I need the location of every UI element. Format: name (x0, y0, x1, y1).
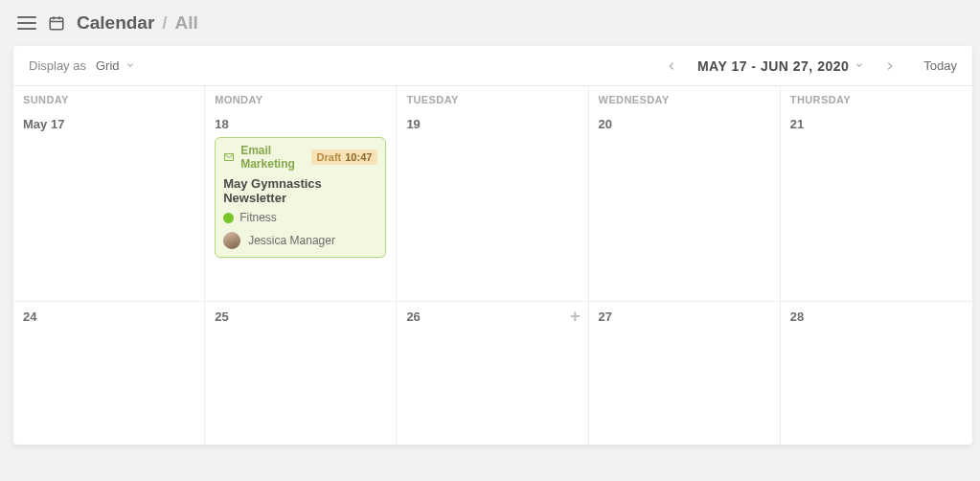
menu-icon[interactable] (17, 13, 36, 33)
envelope-icon (223, 151, 235, 163)
day-cell[interactable]: 19 (397, 109, 588, 301)
weekday-header-row: SUNDAY MONDAY TUESDAY WEDNESDAY THURSDAY (13, 86, 972, 109)
day-cell[interactable]: 28 (781, 301, 972, 445)
event-status-badge: Draft 10:47 (311, 149, 378, 165)
day-cell[interactable]: 18 Email Marketing Draft 10:47 May Gymna… (205, 109, 397, 301)
day-number: 25 (215, 309, 386, 324)
tag-color-dot (223, 213, 234, 223)
weekday-header: WEDNESDAY (589, 86, 781, 109)
day-number: 24 (23, 309, 194, 324)
day-cell[interactable]: 21 (781, 109, 972, 301)
day-cell[interactable]: 24 (13, 301, 205, 445)
breadcrumb-separator: / (162, 12, 167, 34)
event-type-label: Email Marketing (240, 144, 305, 171)
day-number: 18 (215, 117, 386, 131)
day-number: 21 (790, 117, 963, 131)
breadcrumb-title[interactable]: Calendar (77, 12, 154, 34)
event-card-header: Email Marketing Draft 10:47 (223, 144, 377, 171)
weekday-header: THURSDAY (781, 86, 972, 109)
event-title: May Gymnastics Newsletter (223, 176, 377, 205)
day-cell[interactable]: May 17 (13, 109, 205, 301)
event-status-text: Draft (317, 151, 342, 163)
date-range-text: MAY 17 - JUN 27, 2020 (697, 58, 849, 74)
event-assignee-row: Jessica Manager (223, 232, 377, 249)
display-as-label: Display as (29, 58, 86, 73)
prev-range-button[interactable] (661, 56, 682, 77)
chevron-down-icon (855, 60, 864, 72)
event-assignee-name: Jessica Manager (248, 234, 335, 247)
week-row-2: 24 25 26 + 27 28 (13, 301, 972, 445)
day-cell[interactable]: 25 (205, 301, 397, 445)
event-tag-row: Fitness (223, 211, 377, 224)
event-card[interactable]: Email Marketing Draft 10:47 May Gymnasti… (215, 137, 386, 258)
topbar: Calendar / All (0, 0, 980, 46)
calendar-icon (48, 14, 65, 32)
breadcrumb-sub[interactable]: All (175, 12, 198, 34)
date-range-picker[interactable]: MAY 17 - JUN 27, 2020 (697, 58, 864, 74)
day-cell[interactable]: 27 (589, 301, 781, 445)
day-number: 20 (599, 117, 770, 131)
day-number: 19 (406, 117, 578, 131)
day-cell[interactable]: 20 (589, 109, 781, 301)
day-number: 28 (790, 309, 963, 324)
today-button[interactable]: Today (923, 58, 957, 73)
chevron-down-icon (125, 60, 135, 72)
weekday-header: MONDAY (205, 86, 397, 109)
add-event-button[interactable]: + (570, 308, 581, 325)
weekday-header: TUESDAY (397, 86, 588, 109)
event-tag-label: Fitness (239, 211, 277, 224)
svg-rect-0 (50, 18, 63, 30)
calendar-toolbar: Display as Grid MAY 17 - JUN 27, 2020 To… (13, 46, 972, 86)
breadcrumb: Calendar / All (77, 12, 198, 34)
display-as-value: Grid (96, 58, 120, 73)
day-cell[interactable]: 26 + (397, 301, 588, 445)
day-number: 26 (406, 309, 578, 324)
avatar (223, 232, 240, 249)
display-as-select[interactable]: Grid (96, 58, 135, 73)
week-row-1: May 17 18 Email Marketing Draft 10:47 Ma… (13, 109, 972, 301)
day-number: May 17 (23, 117, 194, 131)
event-time: 10:47 (345, 151, 372, 163)
calendar-panel: Display as Grid MAY 17 - JUN 27, 2020 To… (13, 46, 972, 445)
weekday-header: SUNDAY (13, 86, 205, 109)
day-number: 27 (599, 309, 770, 324)
next-range-button[interactable] (879, 56, 900, 77)
